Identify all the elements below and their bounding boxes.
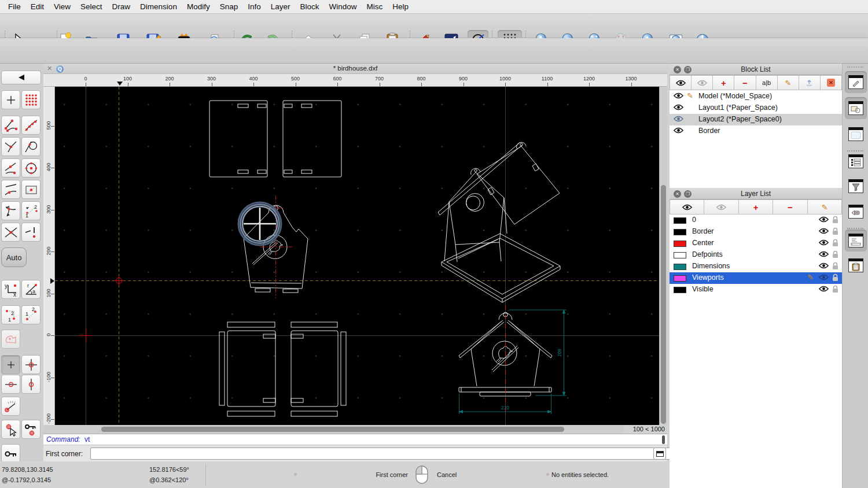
snap-distance-point-button[interactable]: 12 — [21, 201, 41, 220]
snap-auto-intersection-button[interactable] — [1, 201, 20, 220]
layer-row-viewports-selected[interactable]: Viewports ✎ — [670, 272, 842, 284]
hide-all-blocks-button[interactable] — [692, 75, 713, 90]
menu-help[interactable]: Help — [392, 2, 409, 11]
eye-icon[interactable] — [674, 93, 683, 101]
show-all-blocks-button[interactable] — [670, 75, 692, 90]
layer-color-swatch[interactable] — [674, 241, 686, 247]
snap-middle-button[interactable] — [1, 158, 20, 178]
restrict-xy-button[interactable] — [21, 355, 41, 374]
eye-icon[interactable] — [819, 216, 829, 224]
dock-property-editor-button[interactable] — [845, 71, 867, 93]
layer-color-swatch[interactable] — [674, 287, 686, 293]
document-tab-title[interactable]: * birdhouse.dxf — [43, 65, 667, 72]
snap-on-entity-button[interactable] — [21, 116, 41, 135]
coordinate-cartesian-button[interactable]: yx — [1, 280, 20, 299]
dock-shapes-panel-button[interactable] — [845, 97, 867, 119]
snap-perpendicular-button[interactable] — [1, 137, 20, 156]
snap-free-button[interactable] — [1, 90, 20, 109]
hide-all-layers-button[interactable] — [704, 199, 738, 215]
remove-block-button[interactable]: − — [734, 75, 756, 90]
menu-window[interactable]: Window — [329, 2, 357, 11]
layer-row-dimensions[interactable]: Dimensions — [670, 261, 842, 272]
layer-row-0[interactable]: 0 — [670, 215, 842, 226]
eye-icon[interactable] — [819, 228, 829, 236]
lock-icon[interactable] — [832, 273, 838, 283]
layer-row-border[interactable]: Border — [670, 226, 842, 238]
eye-icon[interactable] — [819, 274, 829, 282]
vertical-scrollbar[interactable] — [659, 87, 667, 425]
command-history-scrollbar[interactable] — [662, 435, 665, 444]
dock-clipboard-panel-button[interactable] — [845, 254, 867, 276]
coordinate-polar-button[interactable]: ra — [21, 280, 41, 299]
snap-tangent-button[interactable] — [21, 137, 41, 156]
layer-row-center[interactable]: Center — [670, 238, 842, 249]
lock-icon[interactable] — [832, 262, 838, 272]
menu-misc[interactable]: Misc — [367, 2, 383, 11]
menu-file[interactable]: File — [8, 2, 21, 11]
snap-auto-button[interactable]: Auto — [1, 247, 27, 267]
dock-command-line-button[interactable]: c — [845, 230, 867, 252]
dock-blank-panel-button[interactable] — [845, 123, 867, 145]
snap-coordinate-button[interactable] — [21, 223, 41, 242]
layer-row-defpoints[interactable]: Defpoints — [670, 249, 842, 261]
eye-icon[interactable] — [819, 286, 829, 294]
restrict-horizontal-button[interactable] — [1, 375, 20, 394]
rename-block-button[interactable]: a|b — [756, 75, 778, 90]
menu-select[interactable]: Select — [80, 2, 102, 11]
menu-block[interactable]: Block — [300, 2, 319, 11]
menu-view[interactable]: View — [54, 2, 71, 11]
snap-grid-button[interactable] — [21, 90, 41, 109]
layer-color-swatch[interactable] — [674, 252, 686, 258]
lock-icon[interactable] — [832, 285, 838, 295]
block-row-layout2-selected[interactable]: Layout2 (*Paper_Space0) — [670, 114, 842, 125]
add-block-button[interactable]: + — [713, 75, 734, 90]
eye-icon[interactable] — [674, 116, 683, 124]
set-relative-zero-button[interactable] — [1, 420, 20, 439]
insert-block-button[interactable] — [799, 75, 821, 90]
dock-list-panel-button[interactable] — [845, 150, 867, 172]
block-row-border[interactable]: Border — [670, 125, 842, 137]
relative-polar-button[interactable]: 12 — [21, 305, 41, 324]
relative-cartesian-button[interactable]: 12 — [1, 305, 20, 324]
dock-filter-panel-button[interactable] — [845, 175, 867, 197]
remove-layer-button[interactable]: − — [773, 199, 807, 215]
menu-edit[interactable]: Edit — [31, 2, 44, 11]
lock-icon[interactable] — [832, 227, 838, 237]
layer-color-swatch[interactable] — [674, 217, 686, 224]
menu-modify[interactable]: Modify — [187, 2, 210, 11]
layer-row-visible[interactable]: Visible — [670, 284, 842, 295]
menu-dimension[interactable]: Dimension — [140, 2, 177, 11]
lock-relative-zero-button[interactable] — [21, 420, 41, 439]
block-row-model[interactable]: ✎ Model (*Model_Space) — [670, 91, 842, 102]
menu-info[interactable]: Info — [248, 2, 261, 11]
lock-icon[interactable] — [832, 216, 838, 225]
eye-icon[interactable] — [819, 251, 829, 259]
block-row-layout1[interactable]: Layout1 (*Paper_Space) — [670, 102, 842, 114]
relative-zero-key-button[interactable] — [1, 444, 20, 463]
snap-intersection-button[interactable] — [1, 223, 20, 242]
add-layer-button[interactable]: + — [739, 199, 773, 215]
snap-endpoints-button[interactable] — [1, 116, 20, 135]
snap-center-button[interactable] — [21, 158, 41, 178]
restrict-vertical-button[interactable] — [21, 375, 41, 394]
command-input[interactable] — [90, 448, 693, 460]
menu-draw[interactable]: Draw — [112, 2, 131, 11]
horizontal-scrollbar-thumb[interactable] — [101, 427, 564, 432]
snap-nearest-button[interactable] — [1, 180, 20, 199]
snap-reference-button[interactable] — [21, 180, 41, 199]
layer-color-swatch[interactable] — [674, 264, 686, 270]
menu-layer[interactable]: Layer — [271, 2, 290, 11]
eye-icon[interactable] — [674, 127, 683, 135]
restrict-orthogonal-button[interactable] — [1, 330, 20, 349]
snap-angle-button[interactable] — [1, 397, 20, 416]
vertical-scrollbar-thumb[interactable] — [661, 185, 666, 424]
edit-layer-button[interactable]: ✎ — [808, 199, 842, 215]
eye-icon[interactable] — [819, 239, 829, 247]
snap-back-button[interactable] — [1, 71, 41, 84]
horizontal-scrollbar[interactable] — [43, 425, 624, 433]
dock-selection-tool-button[interactable] — [845, 201, 867, 223]
lock-icon[interactable] — [832, 239, 838, 249]
eye-icon[interactable] — [819, 263, 829, 271]
delete-block-button[interactable]: ✕ — [821, 75, 842, 90]
lock-icon[interactable] — [832, 250, 838, 260]
